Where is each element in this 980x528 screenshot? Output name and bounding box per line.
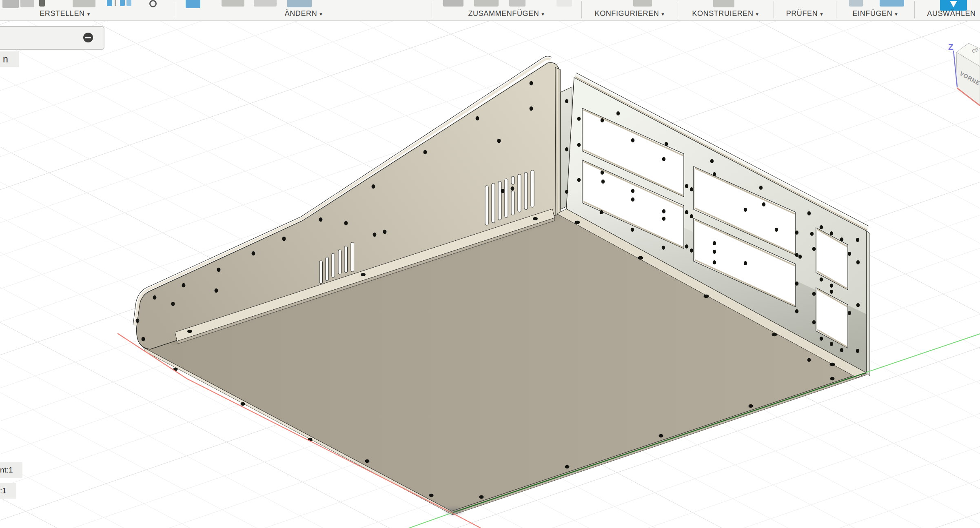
toolbar-menu-konfigurieren[interactable]: KONFIGURIEREN▾: [595, 9, 665, 18]
toolbar-menu-prüfen[interactable]: PRÜFEN▾: [786, 9, 823, 18]
viewport-canvas[interactable]: Z VORNE OB: [0, 0, 980, 528]
toolbar-tool-icon[interactable]: [509, 0, 525, 7]
chevron-down-icon: ▾: [87, 11, 90, 17]
z-axis-label: Z: [948, 42, 953, 51]
toolbar-tool-icon[interactable]: [849, 0, 863, 7]
browser-partial-label[interactable]: n: [0, 51, 19, 67]
collapse-panel-button[interactable]: [83, 33, 93, 42]
toolbar-tool-icon[interactable]: [73, 0, 95, 7]
toolbar-menu-ändern[interactable]: ÄNDERN▾: [285, 9, 323, 18]
toolbar-menu-zusammenfügen[interactable]: ZUSAMMENFÜGEN▾: [468, 9, 545, 18]
toolbar-tool-icon[interactable]: [287, 0, 312, 7]
chevron-down-icon: ▾: [319, 11, 322, 17]
browser-panel: [0, 26, 104, 50]
toolbar-tool-icon[interactable]: [633, 0, 652, 7]
fusion360-window: { "toolbar": { "dropdown_glyph": "▾", "s…: [0, 0, 980, 528]
toolbar-tool-icon[interactable]: [107, 0, 112, 6]
sheet-metal-model[interactable]: [133, 56, 870, 515]
toolbar-tool-icon[interactable]: [557, 0, 572, 7]
toolbar-tool-icon[interactable]: [126, 0, 131, 6]
chevron-down-icon: ▾: [895, 11, 898, 17]
toolbar-tool-icon[interactable]: [443, 0, 463, 7]
toolbar-tool-icon[interactable]: [186, 0, 200, 8]
browser-tree-item[interactable]: :1: [0, 483, 16, 499]
chevron-down-icon: ▾: [661, 11, 664, 17]
toolbar-menu-auswählen[interactable]: AUSWÄHLEN: [927, 9, 976, 18]
toolbar-tool-icon[interactable]: [149, 0, 157, 7]
cursor-arrow-icon: [950, 1, 957, 7]
toolbar-separator: [176, 1, 176, 18]
toolbar-separator: [774, 1, 774, 18]
toolbar-tool-icon[interactable]: [474, 0, 499, 7]
toolbar-separator: [581, 1, 582, 18]
toolbar-menu-konstruieren[interactable]: KONSTRUIEREN▾: [692, 9, 758, 18]
toolbar-tool-icon[interactable]: [2, 0, 19, 8]
toolbar-separator: [914, 1, 915, 18]
toolbar-tool-icon[interactable]: [713, 0, 734, 7]
chevron-down-icon: ▾: [756, 11, 759, 17]
toolbar: ERSTELLEN▾ÄNDERN▾ZUSAMMENFÜGEN▾KONFIGURI…: [0, 0, 980, 21]
toolbar-menu-einfügen[interactable]: EINFÜGEN▾: [853, 9, 898, 18]
toolbar-separator: [432, 1, 432, 18]
toolbar-tool-icon[interactable]: [880, 0, 904, 7]
toolbar-tool-icon[interactable]: [222, 0, 244, 7]
browser-tree-item[interactable]: nt:1: [0, 462, 22, 478]
toolbar-tool-icon[interactable]: [115, 0, 116, 6]
chevron-down-icon: ▾: [820, 11, 823, 17]
toolbar-separator: [836, 1, 836, 18]
chevron-down-icon: ▾: [541, 11, 544, 17]
toolbar-separator: [678, 1, 678, 18]
toolbar-tool-icon[interactable]: [120, 0, 125, 6]
toolbar-tool-icon[interactable]: [254, 0, 277, 7]
toolbar-tool-icon[interactable]: [39, 0, 45, 7]
viewcube[interactable]: Z VORNE OB: [948, 42, 980, 106]
toolbar-menu-erstellen[interactable]: ERSTELLEN▾: [40, 9, 90, 18]
toolbar-tool-icon[interactable]: [20, 0, 34, 7]
